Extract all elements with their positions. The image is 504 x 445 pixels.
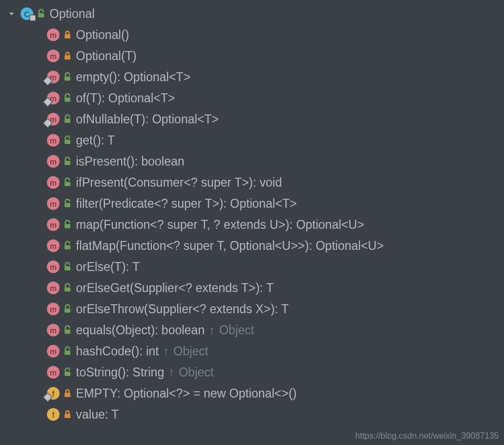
tree-row-member[interactable]: mequals(Object): boolean↑Object	[0, 320, 504, 341]
member-label: orElseGet(Supplier<? extends T>): T	[76, 281, 274, 295]
access-public-icon	[61, 346, 74, 356]
member-label: EMPTY: Optional<?> = new Optional<>()	[76, 386, 297, 401]
member-label: of(T): Optional<T>	[76, 91, 175, 105]
method-icon: m	[45, 155, 61, 168]
method-icon: m	[45, 50, 61, 62]
access-public-icon	[61, 367, 74, 377]
member-label: get(): T	[76, 133, 115, 148]
member-label: hashCode(): int	[76, 344, 159, 359]
method-icon: m	[45, 28, 61, 41]
method-icon: m	[45, 239, 61, 252]
svg-rect-2	[65, 55, 71, 60]
method-icon: m	[45, 71, 61, 83]
access-public-icon	[61, 304, 74, 314]
tree-row-member[interactable]: misPresent(): boolean	[0, 151, 504, 172]
tree-row-member[interactable]: morElse(T): T	[0, 256, 504, 277]
access-public-icon	[61, 199, 74, 208]
member-label: ifPresent(Consumer<? super T>): void	[76, 176, 282, 190]
member-label: Optional()	[76, 28, 129, 42]
svg-rect-18	[65, 393, 71, 397]
access-public-icon	[61, 114, 74, 124]
access-public-icon	[61, 325, 74, 335]
member-label: orElseThrow(Supplier<? extends X>): T	[76, 302, 289, 316]
member-label: map(Function<? super T, ? extends U>): O…	[76, 218, 364, 232]
tree-row-member[interactable]: mhashCode(): int↑Object	[0, 341, 504, 362]
svg-rect-1	[65, 34, 71, 38]
svg-rect-15	[65, 330, 71, 334]
method-icon: m	[45, 134, 61, 147]
method-icon: m	[45, 303, 61, 315]
inherit-arrow-icon: ↑	[163, 344, 169, 359]
access-public-icon	[61, 283, 74, 293]
inherit-arrow-icon: ↑	[168, 365, 175, 380]
member-label: filter(Predicate<? super T>): Optional<T…	[76, 197, 297, 211]
field-icon: f	[45, 408, 61, 421]
tree-row-member[interactable]: mflatMap(Function<? super T, Optional<U>…	[0, 235, 504, 256]
svg-rect-11	[65, 245, 71, 249]
tree-row-member[interactable]: mofNullable(T): Optional<T>	[0, 109, 504, 130]
method-icon: m	[45, 282, 61, 294]
svg-rect-7	[65, 161, 71, 165]
tree-row-member[interactable]: fvalue: T	[0, 404, 504, 425]
tree-row-member[interactable]: morElseGet(Supplier<? extends T>): T	[0, 277, 504, 298]
watermark-text: https://blog.csdn.net/weixin_39087135	[355, 431, 499, 441]
tree-row-member[interactable]: mOptional(T)	[0, 45, 504, 66]
svg-rect-17	[65, 372, 71, 376]
tree-row-member[interactable]: morElseThrow(Supplier<? extends X>): T	[0, 298, 504, 320]
inherit-from-label: Object	[219, 323, 254, 337]
method-icon: m	[45, 176, 61, 189]
svg-rect-13	[65, 287, 71, 292]
access-private-icon	[61, 30, 74, 40]
method-icon: m	[45, 92, 61, 104]
tree-row-member[interactable]: mOptional()	[0, 24, 504, 45]
svg-rect-5	[65, 119, 71, 123]
member-label: isPresent(): boolean	[76, 154, 185, 169]
svg-rect-14	[65, 308, 71, 313]
class-name-label: Optional	[50, 7, 95, 21]
svg-rect-19	[65, 414, 71, 418]
tree-row-member[interactable]: mof(T): Optional<T>	[0, 88, 504, 109]
member-list: mOptional()mOptional(T)mempty(): Optiona…	[0, 24, 504, 425]
access-public-icon	[35, 9, 47, 18]
access-private-icon	[61, 51, 74, 61]
structure-tree: C Optional mOptional()mOptional(T)mempty…	[0, 0, 504, 425]
inherit-from-label: Object	[179, 365, 214, 380]
method-icon: m	[45, 324, 61, 336]
tree-row-member[interactable]: mget(): T	[0, 130, 504, 151]
svg-rect-4	[65, 98, 71, 102]
tree-row-member[interactable]: mtoString(): String↑Object	[0, 362, 504, 383]
method-icon: m	[45, 260, 61, 273]
member-label: value: T	[76, 408, 119, 422]
final-mark-icon	[30, 15, 36, 21]
access-public-icon	[61, 262, 74, 272]
access-public-icon	[61, 72, 74, 82]
access-public-icon	[61, 157, 74, 166]
field-icon: f	[45, 387, 61, 400]
expand-arrow-icon[interactable]	[6, 10, 17, 17]
member-label: toString(): String	[76, 365, 164, 380]
tree-row-member[interactable]: mmap(Function<? super T, ? extends U>): …	[0, 214, 504, 235]
access-private-icon	[61, 389, 74, 398]
svg-rect-8	[65, 182, 71, 186]
tree-row-member[interactable]: mempty(): Optional<T>	[0, 66, 504, 88]
method-icon: m	[45, 345, 61, 357]
method-icon: m	[45, 218, 61, 231]
access-public-icon	[61, 178, 74, 187]
inherit-arrow-icon: ↑	[209, 323, 215, 337]
method-icon: m	[45, 113, 61, 125]
access-public-icon	[61, 241, 74, 250]
member-label: ofNullable(T): Optional<T>	[76, 112, 219, 127]
svg-rect-0	[38, 13, 44, 17]
class-icon: C	[19, 7, 35, 20]
tree-row-member[interactable]: fEMPTY: Optional<?> = new Optional<>()	[0, 383, 504, 404]
member-label: Optional(T)	[76, 49, 137, 63]
member-label: equals(Object): boolean	[76, 323, 205, 337]
svg-rect-3	[65, 76, 71, 81]
svg-rect-10	[65, 224, 71, 228]
member-label: empty(): Optional<T>	[76, 70, 190, 84]
access-public-icon	[61, 220, 74, 229]
tree-row-class[interactable]: C Optional	[0, 3, 504, 24]
tree-row-member[interactable]: mifPresent(Consumer<? super T>): void	[0, 172, 504, 193]
tree-row-member[interactable]: mfilter(Predicate<? super T>): Optional<…	[0, 193, 504, 214]
access-public-icon	[61, 136, 74, 145]
